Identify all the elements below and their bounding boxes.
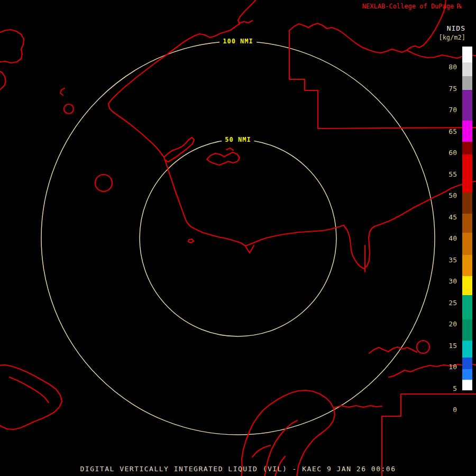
colorbar-segment [462, 295, 472, 319]
map-outline-path [239, 21, 252, 23]
colorbar-segment [462, 233, 472, 255]
colorbar-units: [kg/m2] [438, 34, 465, 41]
cod-logo-icon: ℞ [456, 3, 462, 10]
map-outline-path [207, 152, 240, 165]
colorbar-segment [462, 154, 472, 193]
colorbar-segment [462, 214, 472, 233]
colorbar-segment [462, 47, 472, 62]
map-outline-path [188, 239, 194, 243]
colorbar-segment [462, 142, 472, 154]
range-ring-inner [140, 140, 336, 336]
colorbar-segment [462, 121, 472, 142]
range-ring-outer [41, 41, 435, 435]
colorbar-segment [462, 341, 472, 358]
map-outline-path [369, 347, 417, 353]
nexlab-brand: NEXLAB-College of DuPage℞ [362, 3, 462, 10]
colorbar-segment [462, 193, 472, 214]
colorbar-segment [462, 255, 472, 276]
radar-display: 100 NMI 50 NMI NEXLAB-College of DuPage℞… [0, 0, 476, 476]
map-outline-path [241, 390, 335, 476]
map-outline-path [60, 88, 65, 95]
radar-map-canvas [0, 0, 476, 476]
colorbar-segment [462, 358, 472, 369]
colorbar-segment [462, 90, 472, 121]
map-outline-path [382, 394, 476, 476]
colorbar-segment [462, 76, 472, 90]
map-outline-path [108, 0, 476, 246]
map-outline-path [0, 70, 6, 90]
map-outline-path [0, 30, 24, 63]
map-outline-path [417, 341, 429, 353]
range-ring-label-100nmi: 100 NMI [219, 38, 257, 45]
map-outline-path [289, 30, 476, 129]
map-outline-path [344, 225, 374, 269]
colorbar-segment [462, 380, 472, 390]
map-outline-path [226, 148, 233, 150]
product-caption: DIGITAL VERTICALLY INTEGRATED LIQUID (VI… [80, 465, 396, 473]
map-outline-path [334, 406, 382, 408]
map-outline-path [164, 138, 194, 162]
colorbar-segment [462, 319, 472, 341]
colorbar-segment [462, 276, 472, 295]
colorbar-segment [462, 62, 472, 76]
map-outline-path [0, 365, 62, 429]
map-outline-path [95, 175, 112, 191]
brand-text: NEXLAB-College of DuPage [362, 3, 454, 10]
colorbar [462, 47, 472, 390]
range-ring-label-50nmi: 50 NMI [222, 136, 254, 143]
map-outline-path [64, 104, 74, 114]
map-outline-path [245, 245, 254, 253]
colorbar-segment [462, 369, 472, 380]
colorbar-title: NIDS [447, 24, 465, 32]
